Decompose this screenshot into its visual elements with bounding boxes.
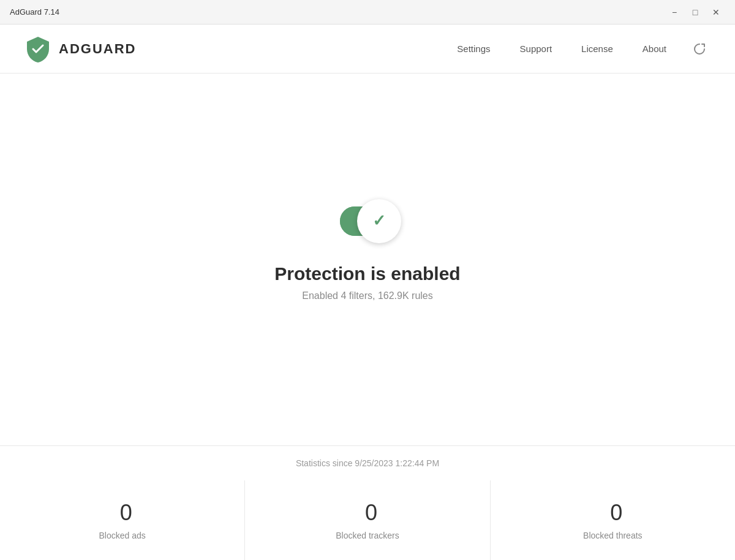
close-button[interactable]: ✕ — [707, 3, 725, 21]
minimize-button[interactable]: − — [665, 3, 684, 21]
blocked-threats-count: 0 — [610, 500, 622, 526]
protection-section: ✓ Protection is enabled Enabled 4 filter… — [274, 74, 460, 445]
stats-section: Statistics since 9/25/2023 1:22:44 PM 0 — [0, 445, 735, 560]
stat-trackers-row: 0 — [358, 500, 377, 526]
stats-since-label: Statistics since 9/25/2023 1:22:44 PM — [0, 446, 735, 468]
toggle-container[interactable]: ✓ — [325, 194, 410, 249]
toggle-thumb: ✓ — [357, 199, 401, 243]
logo-text: ADGUARD — [59, 41, 136, 57]
nav-area: Settings Support License About — [445, 38, 710, 60]
blocked-threats-label: Blocked threats — [583, 531, 643, 540]
title-bar: AdGuard 7.14 − □ ✕ — [0, 0, 735, 25]
stat-blocked-ads: 0 Blocked ads — [0, 480, 245, 560]
refresh-button[interactable] — [688, 38, 710, 60]
license-nav[interactable]: License — [569, 39, 625, 59]
protection-toggle[interactable]: ✓ — [340, 206, 395, 236]
about-nav[interactable]: About — [630, 39, 679, 59]
settings-nav[interactable]: Settings — [445, 39, 502, 59]
app-title: AdGuard 7.14 — [10, 7, 59, 17]
support-nav[interactable]: Support — [508, 39, 565, 59]
blocked-trackers-label: Blocked trackers — [336, 531, 399, 540]
stat-blocked-trackers: 0 Blocked trackers — [245, 480, 490, 560]
stats-grid: 0 Blocked ads 0 — [0, 480, 735, 560]
stat-ads-row: 0 — [113, 500, 132, 526]
blocked-ads-label: Blocked ads — [99, 531, 146, 540]
main-content: ✓ Protection is enabled Enabled 4 filter… — [0, 74, 735, 560]
stat-blocked-threats: 0 Blocked threats — [491, 480, 735, 560]
window-controls: − □ ✕ — [665, 3, 725, 21]
maximize-button[interactable]: □ — [686, 3, 704, 21]
protection-title: Protection is enabled — [274, 263, 460, 284]
blocked-trackers-count: 0 — [365, 500, 377, 526]
logo-area: ADGUARD — [24, 36, 136, 62]
protection-subtitle: Enabled 4 filters, 162.9K rules — [302, 290, 432, 301]
shield-icon — [24, 36, 51, 62]
blocked-ads-count: 0 — [120, 500, 132, 526]
stat-threats-row: 0 — [603, 500, 622, 526]
header: ADGUARD Settings Support License About — [0, 25, 735, 74]
refresh-icon — [693, 42, 706, 56]
checkmark-icon: ✓ — [372, 211, 386, 230]
